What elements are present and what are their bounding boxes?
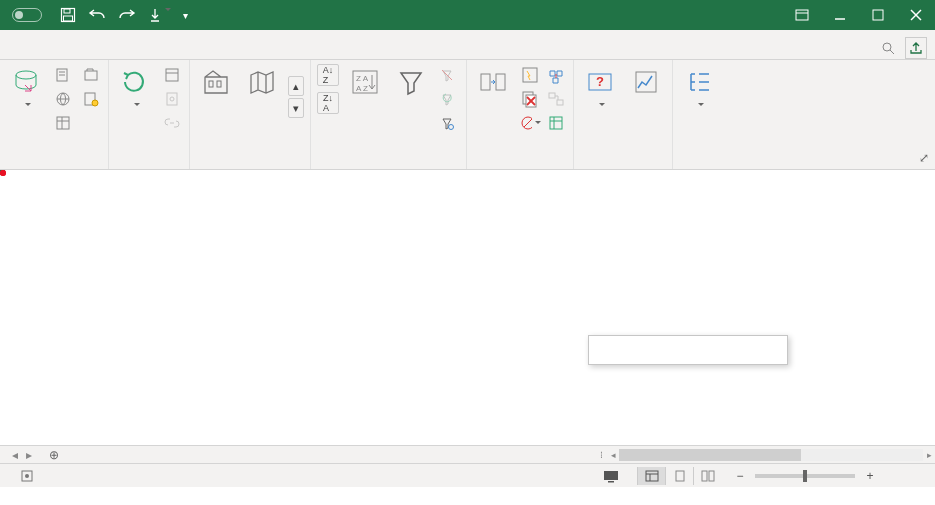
svg-rect-3	[796, 10, 808, 20]
svg-rect-27	[217, 81, 221, 87]
redo-icon[interactable]	[118, 7, 136, 23]
existing-connections-icon[interactable]	[80, 88, 102, 110]
svg-point-11	[16, 71, 36, 79]
clear-filter-button[interactable]	[437, 64, 460, 86]
ribbon-tabs	[0, 30, 935, 60]
group-label	[473, 163, 567, 167]
recent-sources-icon[interactable]	[80, 64, 102, 86]
tell-me-search[interactable]	[881, 41, 899, 55]
edit-links-icon[interactable]	[161, 112, 183, 134]
minimize-button[interactable]	[821, 0, 859, 30]
from-table-icon[interactable]	[52, 112, 74, 134]
svg-text:Z A: Z A	[356, 74, 369, 83]
text-to-columns-button[interactable]	[473, 64, 513, 102]
active-cell-outline	[0, 170, 4, 174]
add-sheet-button[interactable]: ⊕	[42, 448, 66, 462]
get-data-button[interactable]	[6, 64, 46, 110]
svg-point-21	[92, 100, 98, 106]
svg-rect-22	[166, 69, 178, 81]
display-settings-button[interactable]	[600, 465, 625, 487]
scroll-up-icon[interactable]: ▴	[288, 76, 304, 96]
stocks-button[interactable]	[196, 64, 236, 102]
svg-rect-55	[676, 471, 684, 481]
group-label	[6, 163, 102, 167]
reapply-button[interactable]	[437, 88, 460, 110]
svg-rect-40	[549, 93, 555, 98]
collapse-ribbon-icon[interactable]: ⤢	[919, 151, 929, 165]
save-icon[interactable]	[60, 7, 76, 23]
svg-rect-52	[646, 471, 658, 481]
scrollbar-thumb[interactable]	[619, 449, 801, 461]
svg-rect-41	[557, 100, 563, 105]
sheet-nav-next-icon[interactable]: ▸	[22, 448, 36, 462]
qat-customize-icon[interactable]: ▾	[183, 10, 188, 21]
svg-point-9	[883, 43, 891, 51]
refresh-all-button[interactable]	[115, 64, 155, 110]
refresh-icon	[119, 66, 151, 98]
svg-point-42	[522, 117, 532, 129]
share-button[interactable]	[905, 37, 927, 59]
stocks-icon	[200, 66, 232, 98]
manage-data-model-icon[interactable]	[545, 112, 567, 134]
svg-text:A Z: A Z	[356, 84, 368, 93]
page-break-view-button[interactable]	[693, 467, 721, 485]
maximize-button[interactable]	[859, 0, 897, 30]
filter-button[interactable]	[391, 64, 431, 102]
svg-rect-56	[702, 471, 707, 481]
svg-rect-6	[873, 10, 883, 20]
outline-icon	[683, 66, 715, 98]
group-label	[115, 163, 183, 167]
sort-desc-icon[interactable]: Z↓A	[317, 92, 339, 114]
zoom-slider[interactable]	[755, 474, 855, 478]
properties-icon[interactable]	[161, 88, 183, 110]
svg-rect-34	[496, 74, 505, 90]
svg-rect-51	[608, 481, 614, 483]
sort-asc-icon[interactable]: A↓Z	[317, 64, 339, 86]
page-layout-view-button[interactable]	[665, 467, 693, 485]
outline-button[interactable]	[679, 64, 719, 110]
svg-rect-47	[636, 72, 656, 92]
advanced-filter-button[interactable]	[437, 112, 460, 134]
geography-button[interactable]	[242, 64, 282, 102]
sort-button[interactable]: Z AA Z	[345, 64, 385, 102]
worksheet-grid[interactable]	[0, 170, 935, 445]
geography-icon	[246, 66, 278, 98]
svg-rect-1	[64, 9, 70, 13]
flash-fill-icon[interactable]	[519, 64, 541, 86]
remove-duplicates-tooltip	[588, 335, 788, 365]
get-data-icon	[10, 66, 42, 98]
normal-view-button[interactable]	[637, 467, 665, 485]
forecast-sheet-button[interactable]	[626, 64, 666, 102]
close-button[interactable]	[897, 0, 935, 30]
queries-pane-icon[interactable]	[161, 64, 183, 86]
consolidate-icon[interactable]	[545, 64, 567, 86]
svg-rect-44	[550, 117, 562, 129]
svg-text:?: ?	[596, 74, 604, 89]
autosave-toggle[interactable]	[12, 8, 42, 22]
ribbon-display-icon[interactable]	[783, 0, 821, 30]
from-web-icon[interactable]	[52, 88, 74, 110]
forecast-icon	[630, 66, 662, 98]
svg-line-43	[524, 119, 532, 127]
svg-point-49	[25, 474, 29, 478]
from-text-icon[interactable]	[52, 64, 74, 86]
remove-duplicates-button[interactable]	[519, 88, 541, 110]
macro-record-icon[interactable]	[20, 469, 34, 483]
svg-rect-2	[64, 16, 73, 21]
data-validation-icon[interactable]	[519, 112, 541, 134]
touch-mode-icon[interactable]	[148, 7, 171, 23]
horizontal-scrollbar[interactable]: ⁞◂ ▸	[595, 448, 935, 462]
what-if-button[interactable]: ?	[580, 64, 620, 110]
svg-rect-57	[709, 471, 714, 481]
zoom-in-button[interactable]: +	[863, 469, 877, 483]
group-label	[317, 163, 460, 167]
zoom-out-button[interactable]: −	[733, 469, 747, 483]
relationships-icon[interactable]	[545, 88, 567, 110]
sort-icon: Z AA Z	[349, 66, 381, 98]
svg-rect-50	[604, 471, 618, 480]
sheet-nav-prev-icon[interactable]: ◂	[8, 448, 22, 462]
undo-icon[interactable]	[88, 7, 106, 23]
svg-rect-33	[481, 74, 490, 90]
scroll-down-icon[interactable]: ▾	[288, 98, 304, 118]
group-label	[679, 151, 719, 167]
